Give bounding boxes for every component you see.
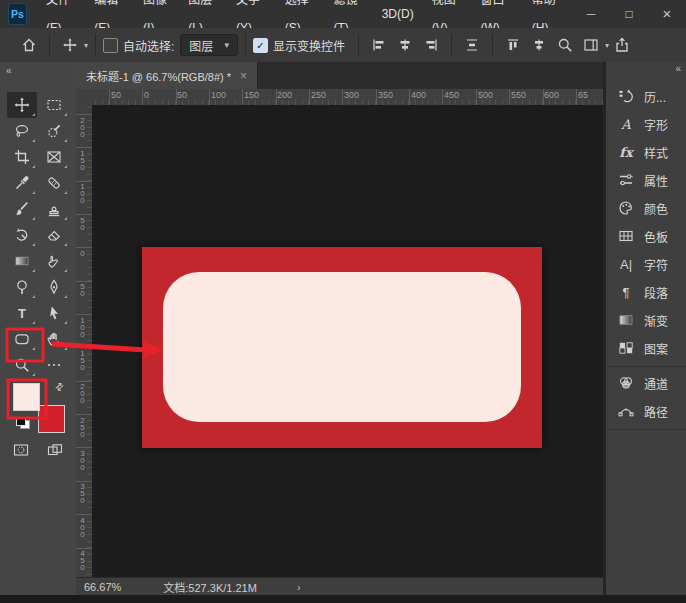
eraser-tool[interactable]	[39, 222, 69, 248]
divider	[451, 34, 452, 56]
foreground-color-swatch[interactable]	[13, 383, 40, 411]
search-icon[interactable]	[552, 33, 578, 57]
photoshop-window: Ps 文件(F)编辑(E)图像(I)图层(L)文字(Y)选择(S)滤镜(T)3D…	[0, 0, 686, 603]
collapse-toolbar-icon[interactable]: «	[6, 65, 11, 76]
quick-select-tool[interactable]	[39, 118, 69, 144]
hand-tool[interactable]	[39, 326, 69, 352]
ruler-label: 100	[78, 182, 87, 203]
character-icon: A|	[617, 256, 635, 272]
ruler-label: 300	[344, 90, 359, 100]
move-tool-icon[interactable]	[57, 33, 83, 57]
gradient-tool[interactable]	[7, 248, 37, 274]
status-bar: 66.67% 文档:527.3K/1.21M ›	[76, 577, 603, 595]
auto-select-checkbox[interactable]	[103, 38, 118, 53]
maximize-button[interactable]: □	[610, 0, 648, 28]
panel-item-字符[interactable]: A|字符	[606, 250, 686, 278]
panel-item-label: 字符	[644, 256, 668, 273]
align-left-icon[interactable]	[366, 33, 392, 57]
document-canvas[interactable]	[142, 247, 542, 448]
panel-item-label: 样式	[644, 144, 668, 161]
ruler-label: 0	[78, 249, 87, 256]
quick-mask-icon[interactable]	[10, 440, 32, 460]
ruler-label: 350	[378, 90, 393, 100]
align-top-icon[interactable]	[500, 33, 526, 57]
zoom-tool[interactable]	[7, 352, 37, 378]
panel-item-段落[interactable]: ¶段落	[606, 278, 686, 306]
background-color-swatch[interactable]	[38, 405, 65, 433]
options-bar: ▾ 自动选择: 图层 ▾ ✓ 显示变换控件 ▾	[0, 28, 686, 63]
healing-tool[interactable]	[39, 170, 69, 196]
home-icon[interactable]	[16, 33, 42, 57]
glyphs-icon: A	[617, 116, 635, 132]
rounded-rectangle-shape[interactable]	[163, 272, 521, 422]
brush-tool[interactable]	[7, 196, 37, 222]
screen-mode-icon[interactable]	[44, 440, 66, 460]
share-icon[interactable]	[609, 33, 635, 57]
more-tools[interactable]	[39, 352, 69, 378]
status-chevron-icon[interactable]: ›	[297, 581, 301, 593]
close-tab-icon[interactable]: ×	[240, 69, 247, 83]
ruler-label: 450	[444, 90, 459, 100]
document-tab[interactable]: 未标题-1 @ 66.7%(RGB/8#) * ×	[76, 62, 258, 89]
panel-item-label: 颜色	[644, 200, 668, 217]
ruler-label: 450	[78, 549, 87, 570]
zoom-level-field[interactable]: 66.67%	[84, 581, 121, 593]
path-select-tool[interactable]	[39, 300, 69, 326]
panel-item-label: 段落	[644, 284, 668, 301]
panel-item-属性[interactable]: 属性	[606, 166, 686, 194]
swap-colors-icon[interactable]: ⇄	[52, 380, 66, 394]
panel-item-路径[interactable]: 路径	[606, 397, 686, 425]
pen-tool[interactable]	[39, 274, 69, 300]
close-button[interactable]: ×	[648, 0, 686, 28]
ruler-label: 400	[78, 516, 87, 537]
chevron-down-icon[interactable]: ▾	[84, 41, 88, 50]
dodge-tool[interactable]	[7, 274, 37, 300]
panel-item-颜色[interactable]: 颜色	[606, 194, 686, 222]
history-brush-tool[interactable]	[7, 222, 37, 248]
panel-item-色板[interactable]: 色板	[606, 222, 686, 250]
ruler-label: 500	[478, 90, 493, 100]
type-tool[interactable]: T	[7, 300, 37, 326]
align-right-icon[interactable]	[418, 33, 444, 57]
marquee-tool[interactable]	[39, 92, 69, 118]
collapse-panels-icon[interactable]: «	[606, 62, 686, 78]
properties-icon	[617, 172, 635, 188]
crop-tool[interactable]	[7, 144, 37, 170]
panel-item-图案[interactable]: 图案	[606, 334, 686, 362]
smudge-tool[interactable]	[39, 248, 69, 274]
rounded-rect-tool[interactable]	[7, 326, 37, 352]
layer-dropdown-value: 图层	[189, 37, 213, 54]
layer-dropdown[interactable]: 图层 ▾	[180, 34, 238, 56]
document-tab-bar: 未标题-1 @ 66.7%(RGB/8#) * ×	[76, 62, 603, 90]
panel-item-样式[interactable]: fx样式	[606, 138, 686, 166]
panel-item-渐变[interactable]: 渐变	[606, 306, 686, 334]
ruler-label: 50	[177, 90, 187, 100]
workspace-icon[interactable]	[578, 33, 604, 57]
move-tool[interactable]	[7, 92, 37, 118]
distribute-vertical-icon[interactable]	[459, 33, 485, 57]
lasso-tool[interactable]	[7, 118, 37, 144]
panel-item-字形[interactable]: A字形	[606, 110, 686, 138]
window-edge	[0, 595, 686, 603]
panel-item-label: 图案	[644, 340, 668, 357]
gradient-icon	[617, 312, 635, 328]
panel-item-label: 通道	[644, 375, 668, 392]
frame-tool[interactable]	[39, 144, 69, 170]
show-transform-checkbox[interactable]: ✓	[253, 38, 268, 53]
options-icons: ▾	[366, 33, 635, 57]
toolbar-bottom	[0, 440, 76, 460]
panel-item-label: 渐变	[644, 312, 668, 329]
align-center-h-icon[interactable]	[392, 33, 418, 57]
ruler-label: 250	[78, 416, 87, 437]
stamp-tool[interactable]	[39, 196, 69, 222]
default-colors-icon[interactable]	[16, 417, 30, 429]
menu-item-7[interactable]: 3D(D)	[373, 0, 423, 28]
panel-item-历...[interactable]: 历...	[606, 82, 686, 110]
minimize-button[interactable]: ─	[572, 0, 610, 28]
divider	[492, 34, 493, 56]
panel-item-通道[interactable]: 通道	[606, 369, 686, 397]
distribute-center-h-icon[interactable]	[526, 33, 552, 57]
ruler-label: 100	[211, 90, 226, 100]
eyedropper-tool[interactable]	[7, 170, 37, 196]
document-viewport[interactable]	[92, 105, 603, 578]
